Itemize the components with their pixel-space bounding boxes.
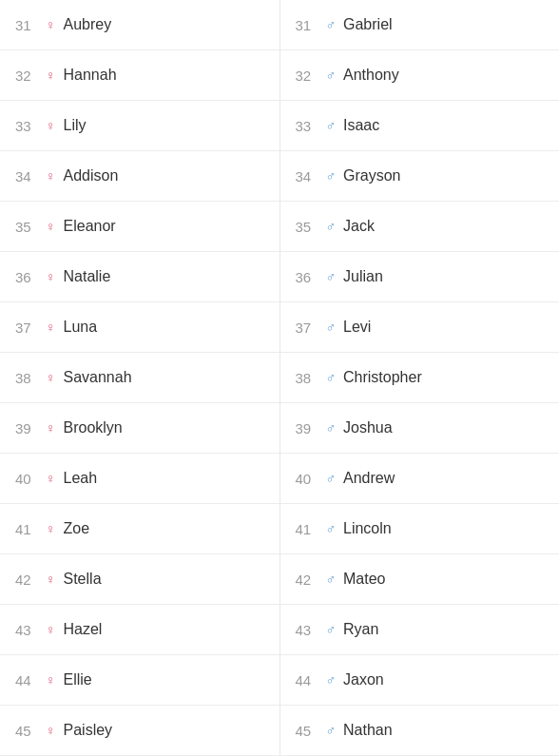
rank-number: 38 bbox=[296, 370, 322, 386]
female-icon: ♀ bbox=[46, 68, 56, 83]
list-item: 39 ♀ Brooklyn bbox=[0, 403, 280, 454]
rank-number: 45 bbox=[15, 723, 42, 739]
female-icon: ♀ bbox=[46, 672, 56, 688]
female-icon: ♀ bbox=[46, 723, 56, 738]
list-item: 44 ♂ Jaxon bbox=[280, 655, 560, 706]
female-icon: ♀ bbox=[46, 269, 56, 284]
name-label: Eleanor bbox=[64, 218, 116, 235]
list-item: 32 ♀ Hannah bbox=[0, 50, 280, 101]
male-icon: ♂ bbox=[326, 572, 337, 587]
name-label: Levi bbox=[343, 319, 371, 336]
name-label: Mateo bbox=[343, 571, 385, 588]
rank-number: 45 bbox=[296, 723, 322, 739]
name-label: Lily bbox=[64, 117, 87, 134]
male-icon: ♂ bbox=[326, 118, 337, 133]
list-item: 34 ♀ Addison bbox=[0, 151, 280, 202]
name-label: Hannah bbox=[64, 67, 117, 84]
female-icon: ♀ bbox=[46, 622, 56, 637]
list-item: 38 ♀ Savannah bbox=[0, 353, 280, 403]
list-item: 35 ♀ Eleanor bbox=[0, 202, 280, 252]
male-icon: ♂ bbox=[326, 420, 337, 436]
name-label: Luna bbox=[64, 319, 98, 336]
male-icon: ♂ bbox=[326, 320, 337, 335]
name-label: Savannah bbox=[64, 369, 132, 386]
rank-number: 36 bbox=[296, 269, 322, 285]
rank-number: 37 bbox=[15, 320, 42, 336]
list-item: 36 ♀ Natalie bbox=[0, 252, 280, 302]
rank-number: 44 bbox=[296, 672, 322, 688]
rank-number: 31 bbox=[15, 17, 42, 33]
list-item: 43 ♂ Ryan bbox=[280, 605, 560, 655]
names-container: 31 ♀ Aubrey 32 ♀ Hannah 33 ♀ Lily 34 ♀ A… bbox=[0, 0, 559, 756]
rank-number: 32 bbox=[15, 68, 42, 84]
name-label: Julian bbox=[343, 268, 383, 285]
male-icon: ♂ bbox=[326, 17, 337, 32]
female-icon: ♀ bbox=[46, 370, 56, 385]
rank-number: 35 bbox=[15, 219, 42, 235]
rank-number: 33 bbox=[15, 118, 42, 134]
male-icon: ♂ bbox=[326, 471, 337, 486]
list-item: 43 ♀ Hazel bbox=[0, 605, 280, 655]
rank-number: 36 bbox=[15, 269, 42, 285]
rank-number: 39 bbox=[15, 420, 42, 436]
rank-number: 32 bbox=[296, 68, 322, 84]
list-item: 36 ♂ Julian bbox=[280, 252, 560, 302]
name-label: Isaac bbox=[343, 117, 379, 134]
list-item: 45 ♂ Nathan bbox=[280, 706, 560, 756]
male-icon: ♂ bbox=[326, 521, 337, 536]
female-icon: ♀ bbox=[46, 320, 56, 335]
name-label: Lincoln bbox=[343, 520, 392, 537]
list-item: 35 ♂ Jack bbox=[280, 202, 560, 252]
list-item: 42 ♀ Stella bbox=[0, 554, 280, 605]
name-label: Jaxon bbox=[343, 671, 384, 688]
name-label: Andrew bbox=[343, 470, 395, 487]
list-item: 40 ♀ Leah bbox=[0, 454, 280, 504]
list-item: 31 ♀ Aubrey bbox=[0, 0, 280, 50]
list-item: 40 ♂ Andrew bbox=[280, 454, 560, 504]
list-item: 39 ♂ Joshua bbox=[280, 403, 560, 454]
list-item: 37 ♂ Levi bbox=[280, 302, 560, 353]
list-item: 41 ♂ Lincoln bbox=[280, 504, 560, 554]
rank-number: 37 bbox=[296, 320, 322, 336]
rank-number: 41 bbox=[296, 521, 322, 537]
name-label: Addison bbox=[64, 167, 119, 184]
list-item: 34 ♂ Grayson bbox=[280, 151, 560, 202]
rank-number: 43 bbox=[296, 622, 322, 638]
name-label: Brooklyn bbox=[64, 419, 123, 436]
list-item: 38 ♂ Christopher bbox=[280, 353, 560, 403]
rank-number: 41 bbox=[15, 521, 42, 537]
female-icon: ♀ bbox=[46, 471, 56, 486]
rank-number: 38 bbox=[15, 370, 42, 386]
name-label: Leah bbox=[64, 470, 98, 487]
name-label: Christopher bbox=[343, 369, 422, 386]
female-icon: ♀ bbox=[46, 521, 56, 536]
list-item: 31 ♂ Gabriel bbox=[280, 0, 560, 50]
name-label: Ellie bbox=[64, 671, 92, 688]
male-icon: ♂ bbox=[326, 672, 337, 688]
rank-number: 40 bbox=[296, 471, 322, 487]
male-icon: ♂ bbox=[326, 723, 337, 738]
female-icon: ♀ bbox=[46, 219, 56, 234]
male-icon: ♂ bbox=[326, 269, 337, 284]
name-label: Grayson bbox=[343, 167, 400, 184]
list-item: 44 ♀ Ellie bbox=[0, 655, 280, 706]
male-icon: ♂ bbox=[326, 219, 337, 234]
name-label: Zoe bbox=[64, 520, 90, 537]
list-item: 32 ♂ Anthony bbox=[280, 50, 560, 101]
rank-number: 39 bbox=[296, 420, 322, 436]
rank-number: 40 bbox=[15, 471, 42, 487]
rank-number: 44 bbox=[15, 672, 42, 688]
male-icon: ♂ bbox=[326, 622, 337, 637]
male-icon: ♂ bbox=[326, 370, 337, 385]
name-label: Joshua bbox=[343, 419, 393, 436]
rank-number: 34 bbox=[296, 168, 322, 184]
male-icon: ♂ bbox=[326, 168, 337, 184]
name-label: Natalie bbox=[64, 268, 111, 285]
name-label: Stella bbox=[64, 571, 102, 588]
female-icon: ♀ bbox=[46, 420, 56, 436]
name-label: Aubrey bbox=[64, 16, 112, 33]
list-item: 41 ♀ Zoe bbox=[0, 504, 280, 554]
rank-number: 35 bbox=[296, 219, 322, 235]
rank-number: 34 bbox=[15, 168, 42, 184]
rank-number: 33 bbox=[296, 118, 322, 134]
